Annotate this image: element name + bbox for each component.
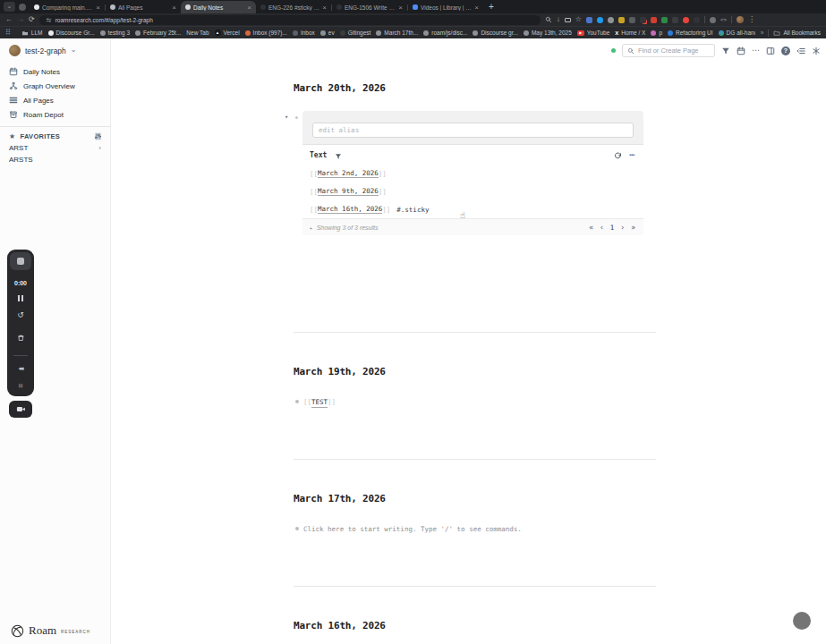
- site-info-icon[interactable]: [46, 17, 52, 23]
- empty-block-placeholder[interactable]: Click here to start writing. Type '/' to…: [303, 525, 522, 533]
- browser-tab-videos[interactable]: Videos | Library | Lo... ×: [408, 1, 483, 13]
- new-tab-button[interactable]: +: [489, 2, 494, 12]
- extension-icon[interactable]: [651, 17, 657, 23]
- query-result-row[interactable]: [[March 9th, 2026]]: [302, 182, 643, 200]
- sidebar-item-graph-overview[interactable]: Graph Overview: [0, 79, 110, 93]
- bookmark-inbox[interactable]: Inbox: [293, 30, 315, 36]
- browser-tab-eng-226[interactable]: ENG-226 #sticky flas... ×: [256, 1, 331, 13]
- bookmark-p[interactable]: p: [651, 30, 662, 36]
- devtools-icon[interactable]: <>: [720, 17, 727, 22]
- extension-icon[interactable]: [618, 17, 625, 23]
- collapse-caret-icon[interactable]: ▾: [285, 114, 288, 121]
- bookmark-star-icon[interactable]: ☆: [575, 16, 582, 23]
- next-page-icon[interactable]: ›: [620, 224, 625, 232]
- bookmark-discourse-gr[interactable]: Discourse Gr...: [48, 30, 95, 36]
- downloads-icon[interactable]: ↓: [557, 16, 560, 23]
- page-link[interactable]: March 9th, 2026: [318, 187, 379, 197]
- sliders-icon[interactable]: [94, 132, 103, 140]
- bookmark-discourse-2[interactable]: Discourse gr...: [473, 30, 518, 36]
- block-bullet[interactable]: [295, 116, 298, 119]
- restart-icon[interactable]: ↺: [17, 311, 24, 319]
- bookmark-roamjs[interactable]: roam/js/disc...: [423, 30, 467, 36]
- filter-icon[interactable]: [335, 147, 342, 164]
- window-control-icon[interactable]: [19, 4, 26, 11]
- graph-switcher[interactable]: test-2-graph ⌄: [0, 38, 110, 64]
- bookmark-youtube[interactable]: ▶ YouTube: [577, 30, 610, 36]
- block-menu-icon[interactable]: ⋯: [630, 150, 634, 159]
- caret-right-icon[interactable]: ▸: [310, 225, 313, 231]
- trash-icon[interactable]: [17, 329, 25, 345]
- sidebar-item-all-pages[interactable]: All Pages: [0, 93, 110, 107]
- extension-icon[interactable]: [586, 17, 592, 23]
- tab-close-icon[interactable]: ×: [398, 4, 403, 12]
- extension-icon[interactable]: [629, 17, 635, 23]
- sidebar-item-roam-depot[interactable]: Roam Depot: [0, 107, 110, 122]
- help-bubble-button[interactable]: [793, 612, 811, 630]
- bookmark-inbox-997[interactable]: Inbox (997)...: [245, 30, 287, 36]
- extension-icon[interactable]: [640, 17, 646, 23]
- page-title-march-16[interactable]: March 16th, 2026: [294, 620, 386, 631]
- sidebar-item-daily-notes[interactable]: Daily Notes: [0, 64, 110, 79]
- search-icon[interactable]: [545, 16, 552, 23]
- page-link[interactable]: March 16th, 2026: [318, 205, 382, 215]
- refresh-icon[interactable]: [614, 147, 622, 164]
- browser-tab-comparing[interactable]: Comparing main...en ×: [30, 1, 105, 13]
- bookmark-february[interactable]: February 25t...: [135, 30, 181, 36]
- effects-icon[interactable]: ⌗: [18, 382, 22, 390]
- forward-icon[interactable]: →: [17, 16, 24, 23]
- tab-close-icon[interactable]: ×: [322, 4, 327, 12]
- favorite-item-arst[interactable]: ARST ›: [0, 142, 110, 154]
- bookmark-may-13[interactable]: May 13th, 2025: [524, 30, 572, 36]
- tab-close-icon[interactable]: ×: [247, 4, 251, 12]
- bookmark-gitingest[interactable]: Gitingest: [340, 30, 371, 36]
- tab-close-icon[interactable]: ×: [96, 4, 100, 12]
- stop-recording-button[interactable]: [10, 252, 31, 270]
- block-empty[interactable]: Click here to start writing. Type '/' to…: [294, 525, 522, 533]
- back-icon[interactable]: ←: [5, 16, 13, 23]
- query-result-row[interactable]: [[March 16th, 2026]]#.sticky: [302, 200, 643, 218]
- rewind-icon[interactable]: ◂◂: [18, 365, 22, 372]
- extension-icon[interactable]: [608, 17, 614, 23]
- tab-search-button[interactable]: ⌄: [4, 2, 15, 12]
- bookmarks-overflow-icon[interactable]: »: [761, 30, 764, 36]
- bookmark-llm[interactable]: LLM: [21, 30, 43, 36]
- last-page-icon[interactable]: »: [631, 224, 635, 232]
- page-title-march-17[interactable]: March 17th, 2026: [294, 493, 386, 504]
- block-bullet[interactable]: [295, 527, 299, 530]
- bookmark-testing-3[interactable]: testing 3: [100, 30, 131, 36]
- reload-icon[interactable]: ⟳: [29, 16, 35, 23]
- extension-icon[interactable]: [710, 17, 716, 23]
- extension-icon[interactable]: [694, 17, 700, 23]
- extension-icon[interactable]: [683, 17, 689, 23]
- browser-tab-all-pages[interactable]: All Pages ×: [106, 1, 181, 13]
- pause-icon[interactable]: [18, 295, 23, 301]
- browser-tab-daily-notes[interactable]: Daily Notes ×: [181, 1, 256, 13]
- bookmark-vercel[interactable]: ▲ Vercel: [215, 30, 240, 36]
- extension-icon[interactable]: [672, 17, 678, 23]
- extension-icon[interactable]: [597, 17, 603, 23]
- alias-input[interactable]: [312, 123, 634, 138]
- tag-sticky[interactable]: #.sticky: [396, 206, 429, 214]
- block-test[interactable]: [[TEST]]: [294, 398, 336, 406]
- block-bullet[interactable]: [295, 400, 299, 403]
- favorite-item-arsts[interactable]: ARSTS: [0, 154, 110, 165]
- address-bar[interactable]: roamresearch.com/#/app/test-2-graph: [39, 15, 541, 25]
- extension-icon[interactable]: [661, 17, 668, 23]
- camera-toggle-button[interactable]: [9, 401, 32, 418]
- page-title-march-19[interactable]: March 19th, 2026: [294, 366, 386, 377]
- first-page-icon[interactable]: «: [589, 224, 593, 232]
- page-link[interactable]: TEST: [311, 398, 328, 408]
- profile-avatar[interactable]: [737, 16, 744, 23]
- browser-tab-eng-1506[interactable]: ENG-1506 Write scop... ×: [332, 1, 407, 13]
- bookmark-refactoring-ui[interactable]: Refactoring UI: [668, 30, 713, 36]
- page-link[interactable]: March 2nd, 2026: [318, 169, 379, 179]
- bookmark-ev-1[interactable]: ev: [320, 30, 335, 36]
- bookmark-march-17[interactable]: March 17th...: [376, 30, 418, 36]
- media-controls-icon[interactable]: [565, 18, 571, 22]
- bookmark-dg-all-hands[interactable]: DG all-hands: [719, 30, 755, 36]
- tab-close-icon[interactable]: ×: [172, 4, 176, 12]
- prev-page-icon[interactable]: ‹: [600, 224, 604, 232]
- page-title-march-20[interactable]: March 20th, 2026: [294, 82, 386, 94]
- all-bookmarks-button[interactable]: All Bookmarks: [773, 30, 821, 36]
- browser-menu-icon[interactable]: ⋮: [748, 16, 755, 23]
